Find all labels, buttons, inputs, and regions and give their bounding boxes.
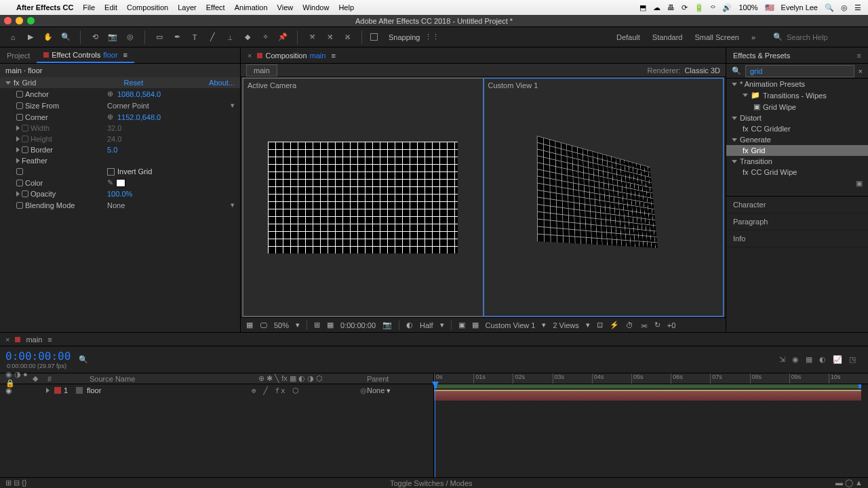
info-panel-button[interactable]: Info <box>726 230 868 247</box>
timeline-layer-row[interactable]: ◉ 1 floor ⊕ ╱ fx ⬡ ◎ None ▾ <box>0 384 433 396</box>
effect-controls-tab[interactable]: Effect Controls floor ≡ <box>37 48 134 63</box>
zoom-tool-icon[interactable]: 🔍 <box>60 31 72 43</box>
pen-tool-icon[interactable]: ✒ <box>171 31 183 43</box>
maximize-window-button[interactable] <box>27 17 35 24</box>
color-swatch[interactable] <box>116 179 125 187</box>
dropdown-icon[interactable]: ▾ <box>231 101 235 110</box>
zoom-slider[interactable]: ▬ ◯ ▲ <box>835 479 863 487</box>
layer-name[interactable]: floor <box>87 386 252 394</box>
brush-tool-icon[interactable]: ╱ <box>206 31 218 43</box>
stopwatch-icon[interactable] <box>22 146 28 153</box>
battery-icon[interactable]: 🔋 <box>694 3 704 12</box>
stopwatch-icon[interactable] <box>16 180 23 186</box>
volume-icon[interactable]: 🔊 <box>722 3 732 12</box>
av-features-icon[interactable]: ◉ ◑ ● 🔒 <box>5 370 33 388</box>
tree-item[interactable]: 📁 Transitions - Wipes <box>726 89 868 101</box>
rectangle-tool-icon[interactable]: ▭ <box>153 31 165 43</box>
layer-parent-dropdown[interactable]: None ▾ <box>367 386 428 395</box>
composition-tab[interactable]: × Composition main ≡ <box>241 49 342 62</box>
timeline-graph[interactable]: 0s 01s 02s 03s 04s 05s 06s 07s 08s 09s 1… <box>434 373 868 477</box>
shy-icon[interactable]: ⇲ <box>779 355 785 364</box>
zoom-value[interactable]: 50% <box>274 321 289 329</box>
col-source[interactable]: Source Name <box>90 375 258 383</box>
close-window-button[interactable] <box>4 17 12 24</box>
roto-brush-tool-icon[interactable]: ✧ <box>259 31 271 43</box>
num-views[interactable]: 2 Views <box>553 321 578 329</box>
type-tool-icon[interactable]: T <box>189 31 201 43</box>
visibility-icon[interactable]: ◉ <box>5 386 16 395</box>
menu-layer[interactable]: Layer <box>178 3 197 12</box>
stopwatch-icon[interactable] <box>16 102 23 109</box>
tree-item-selected[interactable]: fx Grid <box>726 145 868 156</box>
effect-about-link[interactable]: About... <box>209 79 235 87</box>
label-col-icon[interactable]: ◆ <box>33 374 47 383</box>
menu-view[interactable]: View <box>277 3 294 12</box>
axis-local-icon[interactable]: ⤧ <box>306 31 318 43</box>
chevron-down-icon[interactable]: ▾ <box>296 321 300 329</box>
chevron-down-icon[interactable]: ▾ <box>542 321 546 329</box>
axis-world-icon[interactable]: ⤨ <box>323 31 336 43</box>
refresh-icon[interactable]: ⟳ <box>682 3 688 12</box>
renderer-value[interactable]: Classic 3D <box>684 66 720 75</box>
minimize-window-button[interactable] <box>16 17 23 24</box>
stopwatch-icon[interactable] <box>16 168 23 175</box>
tree-item[interactable]: Generate <box>726 134 868 145</box>
param-sizefrom-value[interactable]: Corner Point <box>107 102 149 110</box>
close-icon[interactable]: × <box>248 52 252 60</box>
list-icon[interactable]: ☰ <box>854 3 861 12</box>
dropbox-icon[interactable]: ⬒ <box>639 3 646 12</box>
tree-item[interactable]: Distort <box>726 113 868 123</box>
timeline-icon[interactable]: ⏱ <box>626 321 633 329</box>
paragraph-panel-button[interactable]: Paragraph <box>726 214 868 230</box>
menu-window[interactable]: Window <box>302 3 329 12</box>
menu-file[interactable]: File <box>83 3 95 12</box>
tab-menu-icon[interactable]: ≡ <box>123 51 127 59</box>
effects-search-input[interactable] <box>745 65 854 77</box>
exposure-reset-icon[interactable]: ↻ <box>654 321 660 329</box>
snapping-checkbox[interactable] <box>370 33 378 41</box>
menu-animation[interactable]: Animation <box>235 3 268 12</box>
camera-tool-icon[interactable]: 📷 <box>106 31 119 43</box>
tree-item[interactable]: Transition <box>726 156 868 167</box>
menu-effect[interactable]: Effect <box>206 3 225 12</box>
param-blending-value[interactable]: None <box>107 201 125 209</box>
tree-item[interactable]: fx CC Griddler <box>726 123 868 134</box>
chevron-down-icon[interactable]: ▾ <box>586 321 590 329</box>
workspace-standard[interactable]: Standard <box>652 33 683 41</box>
workspace-overflow-icon[interactable]: » <box>751 33 755 41</box>
snap-options-icon[interactable]: ⋮⋮ <box>426 31 438 43</box>
siri-icon[interactable]: ◎ <box>841 3 848 12</box>
axis-view-icon[interactable]: ⤩ <box>341 31 353 43</box>
view-pane-right[interactable]: Custom View 1 <box>484 78 724 317</box>
rotation-tool-icon[interactable]: ⟲ <box>89 31 101 43</box>
stopwatch-icon[interactable] <box>22 136 28 142</box>
stopwatch-icon[interactable] <box>22 190 28 197</box>
transparency-icon[interactable]: ▦ <box>472 321 479 329</box>
col-switches[interactable]: ⊕ ✱ ╲ fx ▦ ◐ ◑ ⬡ <box>258 374 367 383</box>
cloud-icon[interactable]: ☁︎ <box>653 3 660 12</box>
current-timecode[interactable]: 0:00:00:00 <box>5 350 71 363</box>
pan-behind-tool-icon[interactable]: ◎ <box>124 31 136 43</box>
invert-grid-checkbox[interactable] <box>107 168 115 176</box>
chevron-down-icon[interactable]: ▾ <box>440 321 444 329</box>
snapshot-icon[interactable]: 📷 <box>382 321 392 329</box>
clone-tool-icon[interactable]: ⟂ <box>224 31 236 43</box>
current-time-indicator[interactable] <box>434 373 441 477</box>
tree-item[interactable]: fx CC Grid Wipe <box>726 167 868 178</box>
search-icon[interactable]: 🔍 <box>825 3 834 12</box>
motion-blur-icon[interactable]: ◐ <box>819 355 826 364</box>
layer-switches[interactable]: ⊕ ╱ fx ⬡ <box>252 386 360 395</box>
workspace-default[interactable]: Default <box>616 33 640 41</box>
timeline-tab[interactable]: main <box>26 336 42 344</box>
view-name[interactable]: Custom View 1 <box>486 321 536 329</box>
work-area-bar[interactable] <box>434 384 861 388</box>
effect-grid-header[interactable]: fx Grid Reset About... <box>0 77 240 88</box>
twirl-icon[interactable] <box>46 388 52 393</box>
tree-item[interactable]: * Animation Presets <box>726 79 868 89</box>
close-icon[interactable]: × <box>5 336 9 344</box>
menu-edit[interactable]: Edit <box>104 3 117 12</box>
project-tab[interactable]: Project <box>0 49 37 62</box>
crosshair-icon[interactable]: ⊕ <box>107 113 113 121</box>
user-name[interactable]: Evelyn Lee <box>781 3 818 12</box>
workspace-small[interactable]: Small Screen <box>694 33 738 41</box>
